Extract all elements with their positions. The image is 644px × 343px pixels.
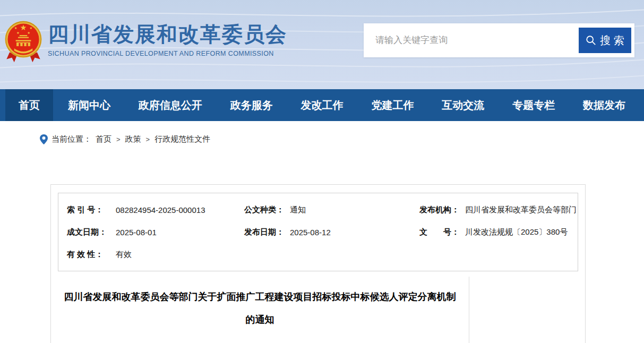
- meta-value: 川发改法规规〔2025〕380号: [465, 227, 568, 237]
- nav-item-6[interactable]: 互动交流: [428, 89, 497, 121]
- meta-cell: 发布日期：2025-08-12: [244, 227, 419, 237]
- nav-item-7[interactable]: 专题专栏: [499, 89, 568, 121]
- doc-meta-table: 索 引 号：082824954-2025-000013公文种类：通知发布机构：四…: [58, 193, 578, 271]
- meta-label: 文 号：: [419, 227, 465, 237]
- nav-item-5[interactable]: 党建工作: [358, 89, 427, 121]
- nav-item-0[interactable]: 首页: [5, 89, 53, 121]
- document-title: 四川省发展和改革委员会等部门关于扩面推广工程建设项目招标投标中标候选人评定分离机…: [51, 286, 469, 331]
- svg-text:★: ★: [16, 31, 20, 35]
- svg-text:★: ★: [27, 31, 30, 35]
- nav-item-1[interactable]: 新闻中心: [55, 89, 124, 121]
- document-main-column: 四川省发展和改革委员会等部门关于扩面推广工程建设项目招标投标中标候选人评定分离机…: [51, 277, 469, 343]
- meta-value: 通知: [290, 205, 306, 215]
- meta-row: 有 效 性：有效: [67, 243, 578, 265]
- search-button[interactable]: 搜 索: [579, 28, 631, 53]
- meta-value: 082824954-2025-000013: [116, 205, 205, 215]
- nav-item-8[interactable]: 数据发布: [570, 89, 639, 121]
- svg-text:★: ★: [20, 23, 27, 32]
- meta-cell: 文 号：川发改法规规〔2025〕380号: [419, 227, 578, 237]
- national-emblem-logo: ★ ★ ★ ★ ★: [4, 19, 42, 65]
- meta-label: 成文日期：: [67, 227, 116, 237]
- meta-label: 有 效 性：: [67, 250, 116, 260]
- search-bar: 搜 索: [364, 23, 634, 57]
- meta-row: 索 引 号：082824954-2025-000013公文种类：通知发布机构：四…: [67, 199, 578, 221]
- breadcrumb-item-1[interactable]: 政策: [125, 134, 141, 144]
- meta-label: 索 引 号：: [67, 205, 116, 215]
- site-title: 四川省发展和改革委员会: [48, 22, 287, 47]
- meta-label: 公文种类：: [244, 205, 290, 215]
- document-content-columns: 四川省发展和改革委员会等部门关于扩面推广工程建设项目招标投标中标候选人评定分离机…: [51, 277, 585, 343]
- search-icon: [586, 35, 596, 46]
- meta-value: 2025-08-01: [116, 228, 157, 237]
- site-title-english: SICHUAN PROVINCIAL DEVELOPMENT AND REFOR…: [48, 50, 287, 57]
- breadcrumb-label: 当前位置：: [51, 134, 91, 144]
- search-button-label: 搜 索: [600, 33, 624, 48]
- meta-cell: 成文日期：2025-08-01: [67, 227, 244, 237]
- nav-item-3[interactable]: 政务服务: [217, 89, 286, 121]
- meta-label: 发布日期：: [244, 227, 290, 237]
- breadcrumb-item-2[interactable]: 行政规范性文件: [154, 134, 210, 144]
- meta-value: 2025-08-12: [290, 228, 331, 237]
- meta-cell: 发布机构：四川省发展和改革委员会等部门: [419, 205, 578, 215]
- breadcrumb-item-0[interactable]: 首页: [96, 134, 111, 144]
- nav-item-4[interactable]: 发改工作: [288, 89, 357, 121]
- breadcrumb: 当前位置： 首页>政策>行政规范性文件: [40, 134, 644, 144]
- site-brand[interactable]: 四川省发展和改革委员会 SICHUAN PROVINCIAL DEVELOPME…: [48, 22, 287, 57]
- svg-text:★: ★: [29, 26, 32, 30]
- search-input[interactable]: [364, 23, 576, 57]
- meta-value: 四川省发展和改革委员会等部门: [465, 205, 577, 215]
- meta-cell: 有 效 性：有效: [67, 250, 244, 260]
- page: ★ ★ ★ ★ ★ 四川省发展和改革委员会 SICHUAN PROVINCIAL…: [0, 0, 644, 343]
- meta-cell: 公文种类：通知: [244, 205, 419, 215]
- nav-item-2[interactable]: 政府信息公开: [125, 89, 216, 121]
- document-panel: 索 引 号：082824954-2025-000013公文种类：通知发布机构：四…: [50, 184, 586, 343]
- location-pin-icon: [40, 134, 48, 144]
- breadcrumb-separator: >: [116, 135, 121, 143]
- site-header: ★ ★ ★ ★ ★ 四川省发展和改革委员会 SICHUAN PROVINCIAL…: [0, 0, 644, 89]
- svg-text:★: ★: [14, 26, 18, 30]
- meta-row: 成文日期：2025-08-01发布日期：2025-08-12文 号：川发改法规规…: [67, 221, 578, 243]
- meta-value: 有效: [116, 250, 132, 260]
- main-nav: 首页新闻中心政府信息公开政务服务发改工作党建工作互动交流专题专栏数据发布: [0, 89, 644, 121]
- meta-cell: 索 引 号：082824954-2025-000013: [67, 205, 244, 215]
- meta-label: 发布机构：: [419, 205, 465, 215]
- breadcrumb-separator: >: [146, 135, 150, 143]
- document-side-column: [469, 277, 585, 343]
- breadcrumb-trail: 首页>政策>行政规范性文件: [96, 134, 210, 144]
